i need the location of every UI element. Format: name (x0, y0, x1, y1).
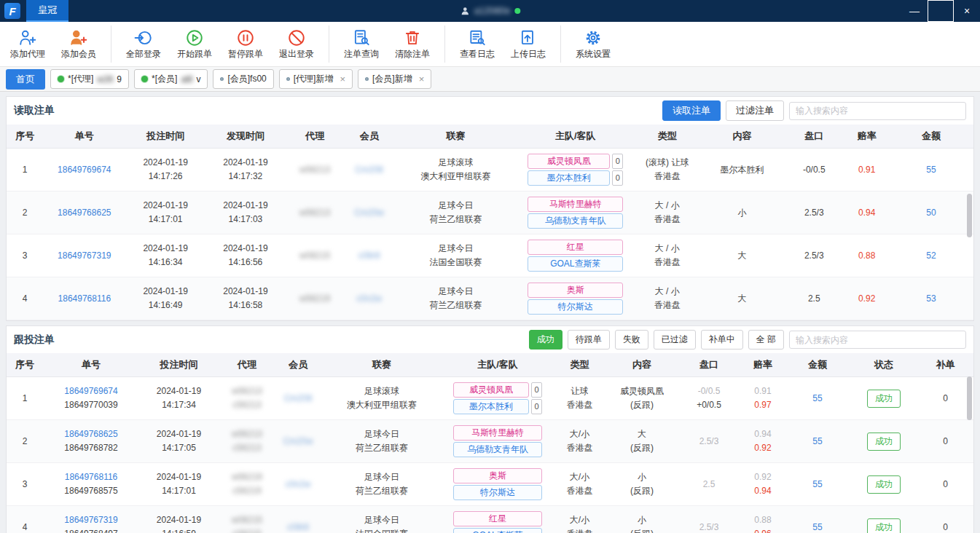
logout-button[interactable]: 退出登录 (278, 28, 315, 60)
status-badge: 成功 (867, 390, 901, 408)
away-team: 乌德勒支青年队 (528, 213, 623, 229)
cell-agent: w56213 (286, 192, 345, 234)
text-line: 威灵顿凤凰 (608, 384, 675, 398)
cell-amount: 52 (889, 234, 973, 277)
agent-name: w56219 (220, 470, 274, 484)
cell-member: Cm20w (344, 192, 394, 234)
member-name: c08r8 (358, 250, 380, 261)
login-all-button[interactable]: 全部登录 (125, 28, 162, 60)
home-team: 马斯特里赫特 (453, 425, 542, 441)
text-line: 大 / 小 (635, 242, 699, 256)
follow-search-input[interactable] (789, 331, 966, 349)
cell-odds: 0.920.94 (741, 463, 785, 506)
view-log-button[interactable]: 查看日志 (458, 28, 496, 60)
bet-number-link[interactable]: 18649769674 (58, 165, 111, 175)
app-logo-icon: F (4, 3, 20, 19)
close-button[interactable]: × (954, 0, 980, 22)
bet-number-link[interactable]: 18649767319 (44, 513, 138, 527)
member-name: c0n2w (286, 479, 311, 489)
tab-label: [代理]新增 (294, 73, 334, 85)
text-line: 法国全国联赛 (322, 527, 442, 533)
filter-success-button[interactable]: 成功 (529, 330, 562, 350)
bet-number-link[interactable]: 18649768625 (58, 208, 111, 218)
bet-number-link[interactable]: 18649768116 (58, 293, 111, 304)
tab-close-icon[interactable]: × (419, 74, 425, 84)
bet-number-link[interactable]: 18649768116 (44, 470, 138, 484)
cell-bet-no: 18649768625 (43, 192, 125, 234)
away-team: 特尔斯达 (528, 299, 623, 315)
tab-member-1[interactable]: *[会员]al8v (134, 69, 208, 89)
scrollbar-thumb[interactable] (967, 194, 972, 237)
text-line: 香港盘 (635, 170, 699, 183)
text-line: 大 / 小 (635, 285, 699, 299)
toolbar-separator (444, 25, 445, 63)
status-badge: 成功 (867, 433, 901, 451)
col-header: 赔率 (845, 125, 889, 149)
bet-number-link[interactable]: 18649768625 (44, 427, 138, 441)
bet-number-link[interactable]: 18649769674 (44, 384, 138, 398)
upload-log-button[interactable]: 上传日志 (509, 28, 547, 60)
cell-odds: 0.91 (845, 149, 889, 192)
filter-patching-button[interactable]: 补单中 (701, 330, 743, 350)
text-line: 小 (608, 470, 675, 484)
cell-agent: w08215 (286, 234, 345, 277)
text-line: 2024-01-19 (127, 242, 204, 256)
cell-bet-nos: 1864976731918649768497 (43, 506, 139, 533)
filter-failed-button[interactable]: 失败 (615, 330, 648, 350)
user-account[interactable]: a120i60e (460, 6, 520, 16)
bet-number-link[interactable]: 18649767319 (58, 250, 111, 261)
read-bets-button[interactable]: 读取注单 (662, 100, 721, 121)
tab-agent-1[interactable]: *[代理]w269 (50, 69, 129, 89)
minimize-button[interactable]: — (901, 0, 928, 22)
table-row: 4 18649768116 2024-01-1914:16:49 2024-01… (7, 277, 973, 320)
agent-name: w56213 (299, 208, 330, 218)
scrollbar-thumb[interactable] (967, 376, 972, 420)
tab-home[interactable]: 首页 (6, 69, 45, 90)
settings-icon (584, 28, 603, 47)
text-line: 香港盘 (554, 527, 605, 533)
text-line: 14:17:01 (141, 484, 217, 498)
add-member-button[interactable]: 添加会员 (60, 28, 98, 60)
bet-query-button[interactable]: 注单查询 (342, 28, 380, 60)
logout-icon (287, 28, 306, 47)
add-agent-button[interactable]: 添加代理 (9, 28, 47, 60)
cell-member: Cm208 (275, 377, 321, 420)
text-line: 足球今日 (396, 199, 516, 213)
cell-content: 小(反跟) (607, 463, 677, 506)
filter-filtered-button[interactable]: 已过滤 (654, 330, 696, 350)
tab-label: *[代理] (68, 73, 93, 85)
tab-member-new[interactable]: [会员]新增 × (358, 69, 431, 89)
maximize-button[interactable] (928, 0, 954, 22)
cell-type: 大/小香港盘 (552, 420, 607, 463)
agent-name: w56219 (299, 293, 330, 304)
tool-label: 退出登录 (279, 48, 314, 60)
member-name: Cm20w (354, 208, 384, 218)
cell-agent: w56219c56219 (219, 463, 275, 506)
text-line: 大/小 (554, 513, 605, 527)
tab-agent-new[interactable]: [代理]新增 × (279, 69, 353, 89)
text-line: 2024-01-19 (207, 199, 284, 213)
cell-league: 足球今日荷兰乙组联赛 (394, 277, 517, 320)
filter-all-button[interactable]: 全 部 (748, 330, 784, 350)
read-search-input[interactable] (789, 102, 966, 120)
tab-close-icon[interactable]: × (340, 74, 345, 84)
text-line: 足球今日 (322, 427, 442, 441)
pause-follow-button[interactable]: 暂停跟单 (227, 28, 264, 60)
cell-seq: 4 (7, 506, 43, 533)
settings-button[interactable]: 系统设置 (574, 28, 612, 60)
cell-bet-nos: 1864976967418649770039 (43, 377, 139, 420)
cell-bet-no: 18649767319 (43, 234, 125, 277)
col-header: 联赛 (321, 353, 443, 377)
app-tab-crown[interactable]: 皇冠 (26, 0, 68, 22)
start-follow-button[interactable]: 开始跟单 (176, 28, 213, 60)
text-line: 14:16:59 (141, 527, 217, 533)
table-row: 2 1864976862518649768782 2024-01-1914:17… (7, 420, 973, 463)
clear-bets-button[interactable]: 清除注单 (393, 28, 431, 60)
cell-amount: 55 (785, 463, 850, 506)
offline-dot-icon (286, 77, 290, 81)
home-score: 0 (612, 154, 623, 169)
filter-pending-button[interactable]: 待跟单 (568, 330, 610, 350)
tab-member-fs00[interactable]: [会员]fs00 (213, 69, 273, 89)
toolbar-separator (111, 25, 111, 63)
filter-bets-button[interactable]: 过滤注单 (726, 100, 784, 121)
